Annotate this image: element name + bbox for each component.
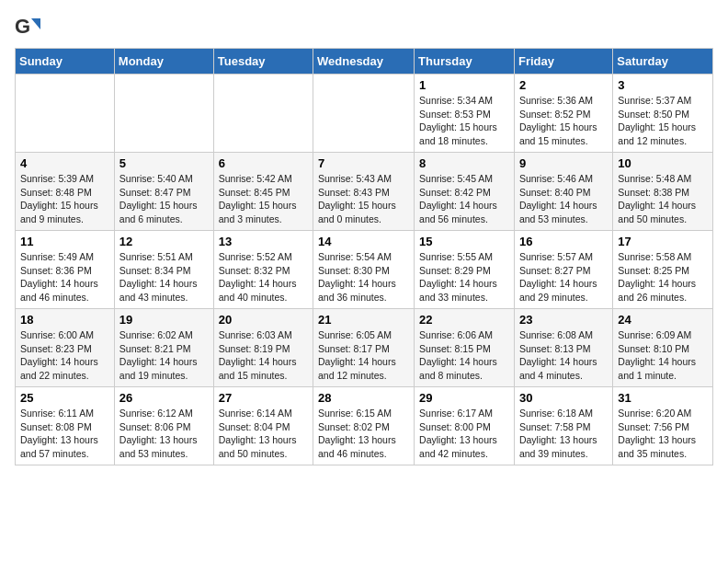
day-info: Sunrise: 5:43 AM Sunset: 8:43 PM Dayligh… <box>318 172 409 226</box>
day-cell-29: 29Sunrise: 6:17 AM Sunset: 8:00 PM Dayli… <box>415 387 515 465</box>
day-cell-6: 6Sunrise: 5:42 AM Sunset: 8:45 PM Daylig… <box>213 153 313 231</box>
day-cell-18: 18Sunrise: 6:00 AM Sunset: 8:23 PM Dayli… <box>16 309 115 387</box>
day-cell-25: 25Sunrise: 6:11 AM Sunset: 8:08 PM Dayli… <box>16 387 115 465</box>
day-info: Sunrise: 5:42 AM Sunset: 8:45 PM Dayligh… <box>219 172 308 226</box>
day-number: 2 <box>519 78 608 92</box>
calendar-table: SundayMondayTuesdayWednesdayThursdayFrid… <box>15 48 713 465</box>
day-number: 12 <box>119 235 209 248</box>
day-info: Sunrise: 5:36 AM Sunset: 8:52 PM Dayligh… <box>519 94 608 148</box>
day-header-tuesday: Tuesday <box>213 49 313 75</box>
day-cell-1: 1Sunrise: 5:34 AM Sunset: 8:53 PM Daylig… <box>415 75 515 153</box>
day-info: Sunrise: 5:55 AM Sunset: 8:29 PM Dayligh… <box>419 250 509 304</box>
day-number: 4 <box>20 156 109 170</box>
day-info: Sunrise: 5:37 AM Sunset: 8:50 PM Dayligh… <box>618 94 708 148</box>
day-number: 15 <box>419 235 509 248</box>
day-info: Sunrise: 6:17 AM Sunset: 8:00 PM Dayligh… <box>419 407 509 461</box>
day-cell-23: 23Sunrise: 6:08 AM Sunset: 8:13 PM Dayli… <box>514 309 612 387</box>
day-cell-15: 15Sunrise: 5:55 AM Sunset: 8:29 PM Dayli… <box>415 231 515 309</box>
day-cell-11: 11Sunrise: 5:49 AM Sunset: 8:36 PM Dayli… <box>16 231 115 309</box>
day-cell-2: 2Sunrise: 5:36 AM Sunset: 8:52 PM Daylig… <box>514 75 612 153</box>
day-info: Sunrise: 6:06 AM Sunset: 8:15 PM Dayligh… <box>419 328 509 383</box>
day-cell-5: 5Sunrise: 5:40 AM Sunset: 8:47 PM Daylig… <box>114 153 213 231</box>
day-info: Sunrise: 6:11 AM Sunset: 8:08 PM Dayligh… <box>20 407 109 461</box>
day-info: Sunrise: 5:49 AM Sunset: 8:36 PM Dayligh… <box>20 250 109 304</box>
day-number: 23 <box>519 313 608 327</box>
day-info: Sunrise: 6:02 AM Sunset: 8:21 PM Dayligh… <box>119 328 209 383</box>
day-number: 21 <box>318 313 409 327</box>
week-row-4: 18Sunrise: 6:00 AM Sunset: 8:23 PM Dayli… <box>16 309 713 387</box>
day-cell-10: 10Sunrise: 5:48 AM Sunset: 8:38 PM Dayli… <box>613 153 713 231</box>
day-cell-9: 9Sunrise: 5:46 AM Sunset: 8:40 PM Daylig… <box>514 153 612 231</box>
day-cell-30: 30Sunrise: 6:18 AM Sunset: 7:58 PM Dayli… <box>514 387 612 465</box>
day-cell-21: 21Sunrise: 6:05 AM Sunset: 8:17 PM Dayli… <box>313 309 415 387</box>
day-number: 24 <box>618 313 708 327</box>
day-info: Sunrise: 5:48 AM Sunset: 8:38 PM Dayligh… <box>618 172 708 226</box>
svg-marker-1 <box>31 18 40 29</box>
day-cell-empty <box>313 75 415 153</box>
logo: G <box>15 15 42 40</box>
day-number: 27 <box>219 391 308 405</box>
day-info: Sunrise: 5:51 AM Sunset: 8:34 PM Dayligh… <box>119 250 209 304</box>
day-cell-24: 24Sunrise: 6:09 AM Sunset: 8:10 PM Dayli… <box>613 309 713 387</box>
day-cell-4: 4Sunrise: 5:39 AM Sunset: 8:48 PM Daylig… <box>16 153 115 231</box>
day-info: Sunrise: 5:46 AM Sunset: 8:40 PM Dayligh… <box>519 172 608 226</box>
day-number: 25 <box>20 391 109 405</box>
day-number: 1 <box>419 78 509 92</box>
day-number: 22 <box>419 313 509 327</box>
day-info: Sunrise: 6:15 AM Sunset: 8:02 PM Dayligh… <box>318 407 409 461</box>
day-info: Sunrise: 5:40 AM Sunset: 8:47 PM Dayligh… <box>119 172 209 226</box>
day-cell-19: 19Sunrise: 6:02 AM Sunset: 8:21 PM Dayli… <box>114 309 213 387</box>
day-number: 3 <box>618 78 708 92</box>
day-info: Sunrise: 6:00 AM Sunset: 8:23 PM Dayligh… <box>20 328 109 383</box>
day-cell-22: 22Sunrise: 6:06 AM Sunset: 8:15 PM Dayli… <box>415 309 515 387</box>
day-cell-20: 20Sunrise: 6:03 AM Sunset: 8:19 PM Dayli… <box>213 309 313 387</box>
week-row-5: 25Sunrise: 6:11 AM Sunset: 8:08 PM Dayli… <box>16 387 713 465</box>
day-info: Sunrise: 6:18 AM Sunset: 7:58 PM Dayligh… <box>519 407 608 461</box>
day-header-wednesday: Wednesday <box>313 49 415 75</box>
day-number: 7 <box>318 156 409 170</box>
day-number: 18 <box>20 313 109 327</box>
day-info: Sunrise: 5:58 AM Sunset: 8:25 PM Dayligh… <box>618 250 708 304</box>
day-cell-12: 12Sunrise: 5:51 AM Sunset: 8:34 PM Dayli… <box>114 231 213 309</box>
day-cell-empty <box>16 75 115 153</box>
svg-text:G: G <box>15 15 30 38</box>
day-info: Sunrise: 6:03 AM Sunset: 8:19 PM Dayligh… <box>219 328 308 383</box>
day-number: 17 <box>618 235 708 248</box>
day-number: 29 <box>419 391 509 405</box>
week-row-2: 4Sunrise: 5:39 AM Sunset: 8:48 PM Daylig… <box>16 153 713 231</box>
day-number: 8 <box>419 156 509 170</box>
day-number: 9 <box>519 156 608 170</box>
header: G <box>15 15 713 40</box>
day-header-thursday: Thursday <box>415 49 515 75</box>
day-cell-8: 8Sunrise: 5:45 AM Sunset: 8:42 PM Daylig… <box>415 153 515 231</box>
day-info: Sunrise: 6:12 AM Sunset: 8:06 PM Dayligh… <box>119 407 209 461</box>
day-number: 30 <box>519 391 608 405</box>
day-number: 14 <box>318 235 409 248</box>
week-row-1: 1Sunrise: 5:34 AM Sunset: 8:53 PM Daylig… <box>16 75 713 153</box>
day-info: Sunrise: 5:52 AM Sunset: 8:32 PM Dayligh… <box>219 250 308 304</box>
logo-icon: G <box>15 15 40 40</box>
day-cell-13: 13Sunrise: 5:52 AM Sunset: 8:32 PM Dayli… <box>213 231 313 309</box>
day-info: Sunrise: 5:34 AM Sunset: 8:53 PM Dayligh… <box>419 94 509 148</box>
day-cell-28: 28Sunrise: 6:15 AM Sunset: 8:02 PM Dayli… <box>313 387 415 465</box>
day-number: 19 <box>119 313 209 327</box>
day-info: Sunrise: 6:14 AM Sunset: 8:04 PM Dayligh… <box>219 407 308 461</box>
day-info: Sunrise: 6:08 AM Sunset: 8:13 PM Dayligh… <box>519 328 608 383</box>
day-info: Sunrise: 5:39 AM Sunset: 8:48 PM Dayligh… <box>20 172 109 226</box>
day-cell-empty <box>213 75 313 153</box>
day-header-monday: Monday <box>114 49 213 75</box>
day-cell-26: 26Sunrise: 6:12 AM Sunset: 8:06 PM Dayli… <box>114 387 213 465</box>
day-info: Sunrise: 5:45 AM Sunset: 8:42 PM Dayligh… <box>419 172 509 226</box>
day-number: 31 <box>618 391 708 405</box>
day-info: Sunrise: 5:57 AM Sunset: 8:27 PM Dayligh… <box>519 250 608 304</box>
day-number: 20 <box>219 313 308 327</box>
week-row-3: 11Sunrise: 5:49 AM Sunset: 8:36 PM Dayli… <box>16 231 713 309</box>
day-info: Sunrise: 6:09 AM Sunset: 8:10 PM Dayligh… <box>618 328 708 383</box>
day-number: 11 <box>20 235 109 248</box>
day-cell-14: 14Sunrise: 5:54 AM Sunset: 8:30 PM Dayli… <box>313 231 415 309</box>
day-cell-16: 16Sunrise: 5:57 AM Sunset: 8:27 PM Dayli… <box>514 231 612 309</box>
day-number: 5 <box>119 156 209 170</box>
day-number: 6 <box>219 156 308 170</box>
day-header-saturday: Saturday <box>613 49 713 75</box>
day-number: 26 <box>119 391 209 405</box>
